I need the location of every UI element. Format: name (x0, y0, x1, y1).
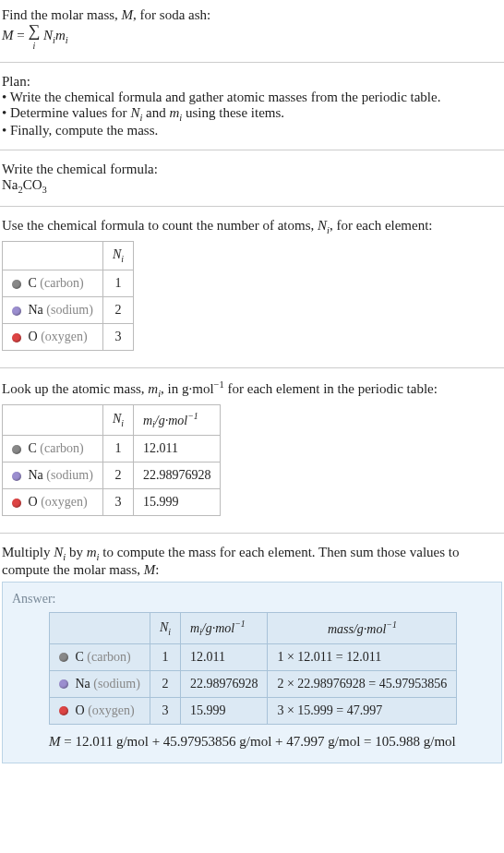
element-cell: C (carbon) (50, 643, 150, 670)
element-symbol: C (29, 276, 37, 290)
equation: M = ∑i Nimi (2, 23, 502, 51)
var-m: m (143, 413, 152, 426)
table-header-row: Ni mi/g·mol−1 (3, 404, 221, 435)
exp: −1 (386, 619, 397, 630)
var-m: m (148, 381, 158, 396)
text: Look up the atomic mass, (2, 381, 148, 396)
header-m: mi/g·mol−1 (133, 404, 221, 435)
element-dot-icon (12, 306, 21, 316)
text: , for each element: (330, 218, 433, 233)
table-row: C (carbon)112.0111 × 12.011 = 12.011 (50, 643, 457, 670)
text: Multiply (2, 545, 54, 559)
plan-title: Plan: (2, 74, 502, 90)
divider (0, 367, 504, 368)
answer-box: Answer: Ni mi/g·mol−1 mass/g·mol−1 C (ca… (2, 582, 502, 763)
blank-header (50, 613, 150, 643)
text: mass/g·mol (328, 622, 386, 636)
sub: 3 (42, 185, 47, 195)
divider (0, 206, 504, 207)
eq-equals: = (14, 28, 29, 42)
count-table: Ni C (carbon)1 Na (sodium)2 O (oxygen)3 (2, 241, 134, 351)
var-N: N (43, 28, 53, 42)
text: Write the chemical formula: (2, 162, 502, 177)
table-row: O (oxygen)3 (3, 323, 134, 350)
element-cell: O (oxygen) (3, 489, 103, 516)
var-N: N (160, 620, 168, 634)
var-N: N (113, 412, 121, 426)
text: Na (2, 177, 18, 192)
element-cell: Na (sodium) (50, 670, 150, 697)
element-name: (sodium) (46, 303, 93, 317)
sigma-icon: ∑i (28, 23, 40, 51)
exp: −1 (187, 411, 198, 421)
element-dot-icon (12, 333, 21, 342)
exp: −1 (214, 379, 224, 390)
element-name: (carbon) (40, 276, 83, 290)
plan-bullet: • Finally, compute the mass. (2, 123, 502, 138)
intro-line: Find the molar mass, M, for soda ash: (2, 7, 502, 23)
table-row: C (carbon)1 (3, 270, 134, 296)
sub-i: i (66, 35, 68, 45)
header-mass: mass/g·mol−1 (268, 613, 457, 643)
element-cell: C (carbon) (3, 270, 103, 296)
var-M: M (144, 562, 156, 577)
text: Find the molar mass, (2, 7, 122, 22)
text: and (142, 105, 169, 120)
chemical-formula: Na2CO3 (2, 177, 502, 195)
sub-i: i (168, 626, 171, 636)
value-cell: 3 (150, 697, 180, 724)
divider (0, 62, 504, 63)
text: CO (23, 177, 42, 192)
value-cell: 1 × 12.011 = 12.011 (268, 643, 457, 670)
value-cell: 12.011 (180, 643, 268, 670)
table-row: Na (sodium)222.989769282 × 22.98976928 =… (50, 670, 457, 697)
value-cell: 2 (150, 670, 180, 697)
element-cell: O (oxygen) (50, 697, 150, 724)
value-cell: 1 (102, 270, 133, 296)
var-M: M (49, 734, 61, 749)
blank-header (3, 242, 103, 270)
element-symbol: C (29, 441, 37, 455)
text: using these items. (182, 105, 284, 120)
blank-header (3, 404, 103, 435)
mass-table: Ni mi/g·mol−1 C (carbon)112.011 Na (sodi… (2, 404, 221, 516)
mass-section: Look up the atomic mass, mi, in g·mol−1 … (0, 376, 504, 525)
element-name: (sodium) (93, 677, 140, 691)
text: Multiply Ni by mi to compute the mass fo… (2, 545, 502, 578)
var-N: N (130, 105, 139, 120)
text: /g·mol (155, 413, 187, 426)
text: /g·mol (202, 621, 234, 635)
table-header-row: Ni mi/g·mol−1 mass/g·mol−1 (50, 613, 457, 643)
element-dot-icon (12, 280, 21, 289)
element-cell: C (carbon) (3, 436, 103, 463)
value-cell: 3 (102, 323, 133, 350)
element-symbol: O (76, 703, 85, 717)
plan-section: Plan: • Write the chemical formula and g… (0, 70, 504, 142)
divider (0, 533, 504, 534)
element-symbol: C (76, 650, 84, 664)
table-row: O (oxygen)315.999 (3, 489, 221, 516)
var-m: m (169, 105, 179, 120)
answer-label: Answer: (12, 592, 492, 607)
text: by (66, 545, 87, 559)
value-cell: 2 (102, 296, 133, 323)
count-section: Use the chemical formula to count the nu… (0, 214, 504, 360)
var-N: N (54, 545, 63, 559)
element-cell: Na (sodium) (3, 463, 103, 489)
element-cell: O (oxygen) (3, 323, 103, 350)
table-row: Na (sodium)2 (3, 296, 134, 323)
element-dot-icon (12, 445, 21, 454)
sub-i: i (121, 254, 124, 264)
divider (0, 150, 504, 150)
element-name: (oxygen) (41, 330, 88, 343)
var-N: N (113, 247, 121, 261)
sigma: ∑ (28, 21, 40, 40)
header-N: Ni (150, 613, 180, 643)
value-cell: 22.98976928 (180, 670, 268, 697)
element-name: (carbon) (40, 441, 83, 455)
element-cell: Na (sodium) (3, 296, 103, 323)
text: for each element in the periodic table: (224, 381, 438, 396)
value-cell: 3 × 15.999 = 47.997 (268, 697, 457, 724)
header-m: mi/g·mol−1 (180, 613, 268, 643)
text: Use the chemical formula to count the nu… (2, 218, 502, 235)
